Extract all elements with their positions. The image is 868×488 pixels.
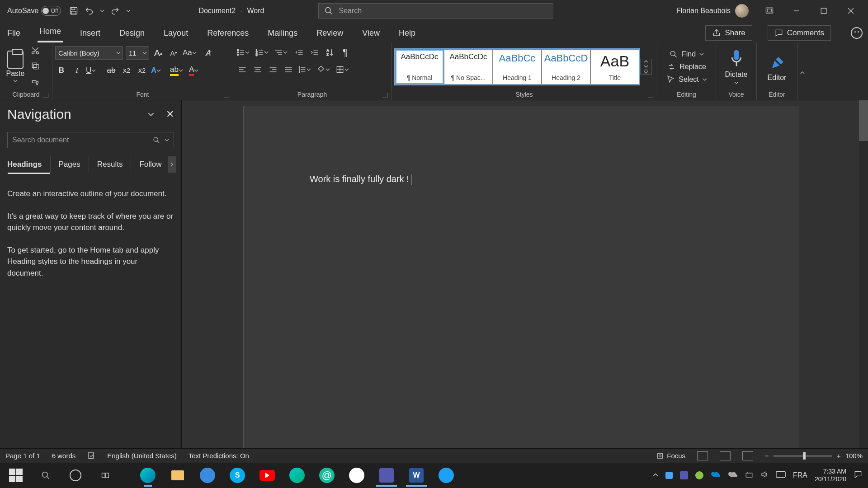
- grow-font-button[interactable]: A▴: [152, 47, 165, 59]
- taskbar-app-teams[interactable]: [373, 464, 400, 487]
- chevron-down-icon[interactable]: [156, 68, 161, 73]
- share-button[interactable]: Share: [705, 25, 752, 41]
- sort-button[interactable]: AZ: [324, 46, 336, 59]
- tray-ime[interactable]: FRA: [793, 471, 807, 479]
- minimize-button[interactable]: [783, 2, 810, 20]
- font-color-button[interactable]: A: [189, 64, 205, 77]
- maximize-button[interactable]: [810, 2, 837, 20]
- redo-button[interactable]: [111, 6, 120, 15]
- taskbar-app-generic-1[interactable]: [194, 464, 221, 487]
- tray-network-icon[interactable]: [745, 470, 753, 480]
- tab-references[interactable]: References: [205, 24, 250, 42]
- chevron-down-icon[interactable]: [344, 67, 349, 72]
- align-right-button[interactable]: [267, 63, 279, 76]
- chevron-down-icon[interactable]: [641, 64, 651, 69]
- status-words[interactable]: 6 words: [52, 452, 76, 460]
- taskbar-app-edge[interactable]: [135, 464, 161, 487]
- feedback-icon[interactable]: [851, 27, 863, 39]
- subscript-button[interactable]: x2: [120, 64, 133, 77]
- document-area[interactable]: Work is finally fully dark !: [182, 100, 868, 448]
- action-center-icon[interactable]: [854, 470, 863, 481]
- tray-icon-check[interactable]: [695, 471, 703, 479]
- taskbar-app-word[interactable]: W: [403, 464, 429, 487]
- chevron-up-icon[interactable]: [641, 59, 651, 64]
- nav-tab-headings[interactable]: Headings: [7, 156, 51, 173]
- taskbar-app-skype[interactable]: S: [224, 464, 250, 487]
- save-icon[interactable]: [69, 6, 78, 15]
- dictate-button[interactable]: Dictate: [719, 49, 754, 85]
- decrease-indent-button[interactable]: [293, 46, 306, 59]
- chevron-down-icon[interactable]: [148, 111, 154, 117]
- tray-clock[interactable]: 7:33 AM 20/11/2020: [815, 468, 846, 483]
- nav-tab-pages[interactable]: Pages: [51, 156, 89, 173]
- chevron-down-icon[interactable]: [734, 80, 739, 85]
- numbering-button[interactable]: 123: [255, 46, 271, 59]
- chevron-down-icon[interactable]: [91, 68, 96, 73]
- increase-indent-button[interactable]: [308, 46, 321, 59]
- chevron-down-icon[interactable]: [245, 50, 250, 55]
- read-mode-button[interactable]: [697, 451, 708, 460]
- print-layout-button[interactable]: [720, 451, 731, 460]
- dialog-launcher-icon[interactable]: [382, 93, 387, 98]
- chevron-down-icon[interactable]: [264, 50, 269, 55]
- superscript-button[interactable]: x2: [136, 64, 148, 77]
- chevron-down-icon[interactable]: [703, 77, 707, 82]
- style-normal[interactable]: AaBbCcDc¶ Normal: [395, 49, 444, 84]
- tab-layout[interactable]: Layout: [162, 24, 190, 42]
- web-layout-button[interactable]: [742, 451, 753, 460]
- collapse-ribbon-button[interactable]: [797, 42, 811, 100]
- close-button[interactable]: [837, 2, 864, 20]
- font-size-combo[interactable]: 11: [126, 46, 149, 60]
- gallery-scroll[interactable]: [640, 59, 652, 75]
- select-button[interactable]: Select: [666, 75, 707, 84]
- chevron-down-icon[interactable]: [179, 68, 183, 73]
- chevron-down-icon[interactable]: [116, 51, 121, 55]
- dialog-launcher-icon[interactable]: [224, 93, 229, 98]
- style-title[interactable]: AaBTitle: [590, 49, 639, 84]
- taskbar-app-mail[interactable]: @: [314, 464, 340, 487]
- borders-button[interactable]: [335, 63, 352, 76]
- tray-icon-teams[interactable]: [680, 471, 688, 479]
- justify-button[interactable]: [282, 63, 295, 76]
- tray-icon-onedrive[interactable]: [711, 471, 721, 480]
- taskbar-app-explorer[interactable]: [165, 464, 191, 487]
- font-name-combo[interactable]: Calibri (Body): [55, 46, 123, 60]
- close-pane-button[interactable]: ✕: [166, 108, 174, 120]
- zoom-out-button[interactable]: −: [765, 452, 769, 460]
- chevron-down-icon[interactable]: [194, 68, 198, 73]
- text-effects-button[interactable]: A: [151, 64, 167, 77]
- cut-button[interactable]: [31, 46, 40, 57]
- style-no-spacing[interactable]: AaBbCcDc¶ No Spac...: [444, 49, 493, 84]
- bold-button[interactable]: B: [55, 64, 68, 77]
- tray-icon-1[interactable]: [665, 472, 673, 479]
- show-marks-button[interactable]: ¶: [339, 46, 352, 59]
- task-view-button[interactable]: [92, 464, 118, 487]
- vertical-scrollbar[interactable]: [859, 100, 868, 448]
- tab-view[interactable]: View: [360, 24, 382, 42]
- nav-search-input[interactable]: Search document: [7, 132, 174, 148]
- align-center-button[interactable]: [251, 63, 264, 76]
- chevron-down-icon[interactable]: [283, 50, 288, 55]
- tab-home[interactable]: Home: [38, 22, 63, 42]
- strikethrough-button[interactable]: ab: [105, 64, 118, 77]
- chevron-down-icon[interactable]: [13, 79, 18, 83]
- paste-button[interactable]: Paste: [3, 51, 28, 83]
- chevron-down-icon[interactable]: [165, 138, 169, 142]
- tray-icon-cloud[interactable]: [728, 471, 738, 480]
- scrollbar-thumb[interactable]: [859, 100, 868, 141]
- taskbar-search-button[interactable]: [33, 464, 59, 487]
- underline-button[interactable]: U: [86, 64, 102, 77]
- taskbar-app-youtube[interactable]: [254, 464, 280, 487]
- document-page[interactable]: Work is finally fully dark !: [243, 106, 799, 448]
- chevron-down-icon[interactable]: [307, 67, 311, 72]
- document-text[interactable]: Work is finally fully dark !: [310, 174, 411, 185]
- start-button[interactable]: [3, 464, 29, 487]
- tab-design[interactable]: Design: [118, 24, 146, 42]
- tray-volume-icon[interactable]: [760, 470, 769, 480]
- tray-overflow-icon[interactable]: [653, 471, 658, 479]
- tab-help[interactable]: Help: [397, 24, 417, 42]
- focus-button[interactable]: Focus: [656, 452, 685, 460]
- nav-tabs-scroll-right[interactable]: [168, 156, 176, 173]
- tray-keyboard-icon[interactable]: [776, 471, 786, 480]
- taskbar-app-twitter[interactable]: [433, 464, 459, 487]
